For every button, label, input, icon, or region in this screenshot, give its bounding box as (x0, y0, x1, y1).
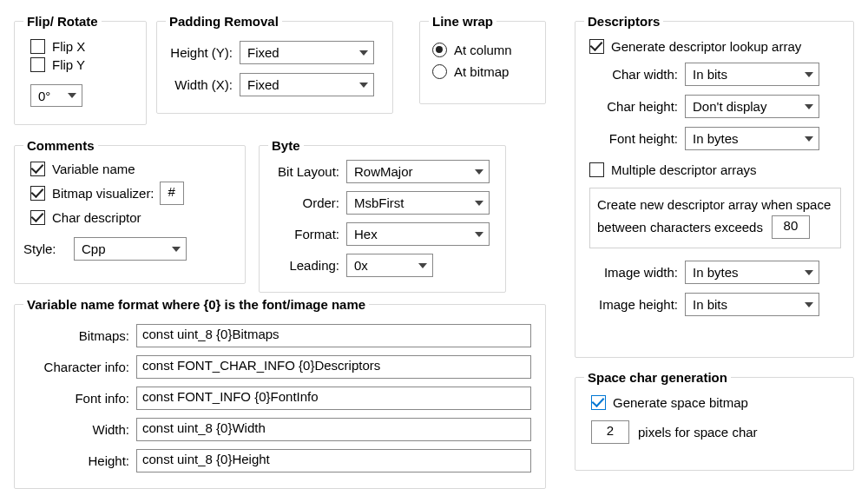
font-height-select[interactable]: In bytes (685, 127, 819, 150)
chevron-down-icon (359, 83, 368, 88)
char-descriptor-label: Char descriptor (52, 210, 141, 225)
chevron-down-icon (805, 136, 813, 142)
chevron-down-icon (805, 270, 813, 275)
bit-layout-label: Bit Layout: (268, 164, 346, 179)
bitmaps-input[interactable]: const uint_8 {0}Bitmaps (136, 324, 531, 347)
multiple-arrays-label: Multiple descriptor arrays (611, 162, 757, 177)
bit-layout-select[interactable]: RowMajor (346, 160, 490, 183)
chevron-down-icon (805, 302, 813, 307)
height-input[interactable]: const uint_8 {0}Height (136, 449, 531, 472)
height-label: Height: (23, 453, 136, 468)
format-label: Format: (268, 227, 346, 241)
charinfo-label: Character info: (23, 360, 136, 374)
varfmt-group: Variable name format where {0} is the fo… (14, 297, 546, 489)
padding-width-value: Fixed (247, 77, 279, 92)
padding-height-label: Height (Y): (166, 45, 240, 60)
image-width-select[interactable]: In bytes (685, 261, 819, 284)
space-legend: Space char generation (584, 370, 731, 385)
chevron-down-icon (805, 104, 813, 109)
fliprotate-group: Flip/ Rotate Flip X Flip Y 0° (14, 14, 147, 125)
char-descriptor-checkbox[interactable]: Char descriptor (30, 210, 236, 225)
leading-value: 0x (354, 258, 368, 273)
gen-lookup-checkbox[interactable]: Generate descriptor lookup array (589, 39, 845, 54)
style-label: Style: (23, 241, 65, 256)
chevron-down-icon (359, 50, 368, 56)
linewrap-at-column-radio[interactable]: At column (432, 43, 536, 57)
padding-width-select[interactable]: Fixed (240, 73, 374, 96)
char-height-select[interactable]: Don't display (685, 95, 819, 118)
multiple-arrays-checkbox[interactable]: Multiple descriptor arrays (589, 162, 845, 177)
create-new-value-input[interactable]: 80 (772, 215, 810, 239)
descriptors-legend: Descriptors (584, 14, 663, 29)
style-value: Cpp (82, 241, 106, 256)
image-width-value: In bytes (693, 265, 739, 280)
create-new-text-2: between characters exceeds (597, 220, 763, 235)
bitmap-visualizer-checkbox[interactable]: Bitmap visualizer: (30, 186, 155, 201)
space-pixels-input[interactable]: 2 (591, 420, 629, 444)
create-new-text-1: Create new descriptor array when space (597, 197, 833, 212)
space-group: Space char generation Generate space bit… (575, 370, 854, 471)
leading-label: Leading: (268, 258, 346, 273)
width-label: Width: (23, 422, 136, 437)
byte-legend: Byte (268, 138, 304, 153)
padding-width-label: Width (X): (166, 77, 240, 92)
chevron-down-icon (805, 72, 813, 77)
flipy-checkbox[interactable]: Flip Y (30, 57, 137, 72)
bitmap-visualizer-char-input[interactable]: # (160, 182, 184, 205)
char-width-select[interactable]: In bits (685, 63, 819, 86)
flipx-label: Flip X (52, 39, 85, 54)
linewrap-at-column-label: At column (454, 43, 512, 57)
order-select[interactable]: MsbFirst (346, 191, 490, 215)
generate-space-label: Generate space bitmap (613, 395, 748, 410)
rotate-angle-select[interactable]: 0° (30, 84, 82, 107)
style-select[interactable]: Cpp (74, 237, 187, 261)
order-label: Order: (268, 195, 346, 210)
fliprotate-legend: Flip/ Rotate (23, 14, 102, 29)
order-value: MsbFirst (354, 195, 404, 210)
chevron-down-icon (475, 169, 483, 175)
linewrap-at-bitmap-label: At bitmap (454, 64, 509, 79)
char-width-value: In bits (693, 67, 727, 82)
chevron-down-icon (418, 263, 427, 268)
image-width-label: Image width: (589, 265, 685, 280)
image-height-value: In bits (693, 297, 727, 312)
fontinfo-label: Font info: (23, 391, 136, 406)
width-input[interactable]: const uint_8 {0}Width (136, 418, 531, 441)
char-height-label: Char height: (589, 99, 685, 114)
variable-name-label: Variable name (52, 162, 135, 176)
image-height-select[interactable]: In bits (685, 293, 819, 316)
bitmaps-label: Bitmaps: (23, 328, 136, 343)
chevron-down-icon (475, 232, 483, 237)
chevron-down-icon (172, 247, 181, 252)
varfmt-legend: Variable name format where {0} is the fo… (23, 297, 369, 312)
linewrap-at-bitmap-radio[interactable]: At bitmap (432, 64, 536, 79)
flipx-checkbox[interactable]: Flip X (30, 39, 137, 54)
char-width-label: Char width: (589, 67, 685, 82)
font-height-value: In bytes (693, 131, 739, 146)
space-pixels-label: pixels for space char (638, 425, 758, 439)
leading-select[interactable]: 0x (346, 254, 433, 277)
descriptors-group: Descriptors Generate descriptor lookup a… (575, 14, 854, 358)
comments-legend: Comments (23, 138, 98, 153)
byte-group: Byte Bit Layout: RowMajor Order: MsbFirs… (259, 138, 506, 293)
padding-height-value: Fixed (247, 45, 279, 60)
char-height-value: Don't display (693, 99, 766, 114)
font-height-label: Font height: (589, 131, 685, 146)
generate-space-checkbox[interactable]: Generate space bitmap (591, 395, 845, 410)
rotate-angle-value: 0° (38, 89, 50, 103)
padding-legend: Padding Removal (166, 14, 282, 29)
chevron-down-icon (475, 201, 483, 206)
flipy-label: Flip Y (52, 57, 85, 72)
padding-height-select[interactable]: Fixed (240, 41, 374, 64)
comments-group: Comments Variable name Bitmap visualizer… (14, 138, 246, 284)
format-select[interactable]: Hex (346, 222, 490, 246)
create-new-box: Create new descriptor array when space b… (589, 188, 841, 248)
linewrap-legend: Line wrap (429, 14, 496, 29)
format-value: Hex (354, 227, 378, 241)
variable-name-checkbox[interactable]: Variable name (30, 162, 236, 176)
fontinfo-input[interactable]: const FONT_INFO {0}FontInfo (136, 387, 531, 410)
bitmap-visualizer-label: Bitmap visualizer: (52, 186, 155, 201)
linewrap-group: Line wrap At column At bitmap (419, 14, 546, 104)
charinfo-input[interactable]: const FONT_CHAR_INFO {0}Descriptors (136, 355, 531, 379)
image-height-label: Image height: (589, 297, 685, 312)
